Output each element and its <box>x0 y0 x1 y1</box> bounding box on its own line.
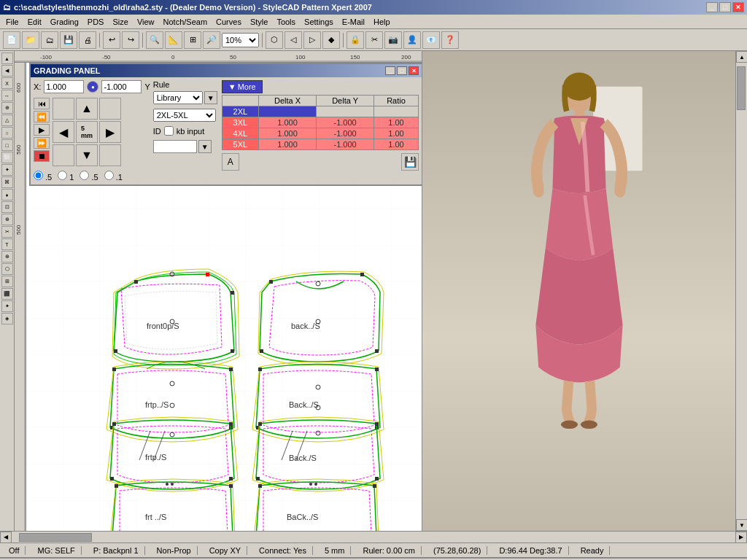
grid-button[interactable]: ⊞ <box>184 31 201 49</box>
menu-curves[interactable]: Curves <box>212 16 246 28</box>
lt-btn-11[interactable]: ⌘ <box>1 176 13 188</box>
deltay-4xl[interactable]: -1.000 <box>317 128 374 139</box>
radio-5[interactable] <box>34 171 43 180</box>
prev-button[interactable]: ⏪ <box>34 111 50 122</box>
more-button[interactable]: ▼ More <box>222 80 263 93</box>
radio-1-label[interactable]: 1 <box>58 171 74 182</box>
kb-dropdown-button[interactable]: ▼ <box>198 140 212 153</box>
panel-close-button[interactable]: ✕ <box>409 66 419 75</box>
id-checkbox[interactable] <box>164 126 174 136</box>
size-5xl[interactable]: 5XL <box>222 139 258 150</box>
arrow-left[interactable]: ◀ <box>53 121 74 143</box>
radio-5b[interactable] <box>80 171 89 180</box>
arrow-down-right[interactable] <box>99 144 121 166</box>
size-4xl[interactable]: 4XL <box>222 128 258 139</box>
restore-button[interactable]: □ <box>719 2 731 12</box>
menu-grading[interactable]: Grading <box>46 16 83 28</box>
lt-btn-17[interactable]: ⊕ <box>1 251 13 262</box>
menu-tools[interactable]: Tools <box>272 16 300 28</box>
lt-btn-10[interactable]: ✦ <box>1 164 13 176</box>
radio-5-label[interactable]: .5 <box>34 171 52 182</box>
tool3-button[interactable]: 🗂 <box>41 31 58 49</box>
deltay-2xl[interactable] <box>317 106 374 117</box>
menu-email[interactable]: E-Mail <box>338 16 369 28</box>
panel-minimize-button[interactable]: _ <box>385 66 395 75</box>
play-button[interactable]: ▶ <box>34 124 50 136</box>
arrow-down[interactable]: ▼ <box>76 144 98 166</box>
lt-btn-4[interactable]: ↔ <box>1 90 13 101</box>
lt-btn-6[interactable]: △ <box>1 114 13 126</box>
menu-file[interactable]: File <box>1 16 23 28</box>
arrow-up-left[interactable] <box>53 98 74 120</box>
lt-btn-2[interactable]: ◀ <box>1 65 13 77</box>
measure-button[interactable]: 📐 <box>165 31 182 49</box>
scroll-track[interactable] <box>736 63 747 519</box>
arrow-down-left[interactable] <box>53 144 74 166</box>
deltay-5xl[interactable]: -1.000 <box>317 139 374 150</box>
save-button[interactable]: 💾 <box>60 31 77 49</box>
kb-text-input[interactable] <box>153 140 197 153</box>
print-button[interactable]: 🖨 <box>79 31 96 49</box>
xy-toggle-button[interactable]: ● <box>87 81 98 93</box>
save-button[interactable]: 💾 <box>401 153 419 171</box>
lt-btn-3[interactable]: X <box>1 77 13 89</box>
a-button[interactable]: A <box>222 153 239 171</box>
tool-f[interactable]: ✂ <box>365 31 383 49</box>
lt-btn-14[interactable]: ⊕ <box>1 214 13 225</box>
tool-a[interactable]: ⬡ <box>266 31 283 49</box>
minimize-button[interactable]: _ <box>706 2 718 12</box>
lt-btn-13[interactable]: ⊡ <box>1 201 13 213</box>
lt-btn-22[interactable]: ◈ <box>1 313 13 324</box>
ratio-3xl[interactable]: 1.00 <box>374 117 419 128</box>
table-row[interactable]: 5XL 1.000 -1.000 1.00 <box>222 139 418 150</box>
table-row[interactable]: 4XL 1.000 -1.000 1.00 <box>222 128 418 139</box>
scroll-down-button[interactable]: ▼ <box>736 519 747 531</box>
deltax-2xl[interactable] <box>258 106 316 117</box>
size-range-select[interactable]: 2XL-5XL <box>153 109 216 122</box>
menu-edit[interactable]: Edit <box>23 16 46 28</box>
radio-5b-label[interactable]: .5 <box>80 171 98 182</box>
rule-select[interactable]: Library <box>153 91 203 104</box>
tool-c[interactable]: ▷ <box>303 31 321 49</box>
arrow-up[interactable]: ▲ <box>76 98 98 120</box>
scroll-right-button[interactable]: ▶ <box>735 532 747 543</box>
deltay-3xl[interactable]: -1.000 <box>317 117 374 128</box>
h-scroll-thumb[interactable] <box>19 533 92 542</box>
size-2xl[interactable]: 2XL <box>222 106 258 117</box>
scroll-left-button[interactable]: ◀ <box>0 532 12 543</box>
menu-settings[interactable]: Settings <box>300 16 338 28</box>
ratio-4xl[interactable]: 1.00 <box>374 128 419 139</box>
tool-j[interactable]: ❓ <box>441 31 459 49</box>
ratio-5xl[interactable]: 1.00 <box>374 139 419 150</box>
tool-b[interactable]: ◁ <box>285 31 302 49</box>
tool-i[interactable]: 📧 <box>422 31 440 49</box>
lt-btn-5[interactable]: ⊕ <box>1 102 13 114</box>
radio-1[interactable] <box>58 171 67 180</box>
lt-btn-7[interactable]: ○ <box>1 127 13 139</box>
y-input[interactable] <box>101 80 142 93</box>
scroll-thumb[interactable] <box>737 66 746 110</box>
zoom-select[interactable]: 10% 25% 50% 100% <box>222 33 259 47</box>
menu-notch-seam[interactable]: Notch/Seam <box>159 16 212 28</box>
x-input[interactable] <box>44 80 84 93</box>
menu-style[interactable]: Style <box>246 16 272 28</box>
menu-pds[interactable]: PDS <box>83 16 109 28</box>
tool-g[interactable]: 📷 <box>384 31 402 49</box>
arrow-right[interactable]: ▶ <box>99 121 121 143</box>
grading-panel-title[interactable]: GRADING PANEL _ □ ✕ <box>31 64 422 77</box>
lt-btn-9[interactable]: ⬜ <box>1 152 13 163</box>
close-button[interactable]: ✕ <box>732 2 744 12</box>
scroll-up-button[interactable]: ▲ <box>736 51 747 63</box>
tool-e[interactable]: 🔒 <box>347 31 364 49</box>
deltax-3xl[interactable]: 1.000 <box>258 117 316 128</box>
zoom-in-button[interactable]: 🔍 <box>146 31 163 49</box>
lt-btn-18[interactable]: ⬡ <box>1 263 13 275</box>
redo-button[interactable]: ↪ <box>122 31 139 49</box>
next-button[interactable]: ⏩ <box>34 137 50 149</box>
panel-restore-button[interactable]: □ <box>397 66 407 75</box>
open-button[interactable]: 📁 <box>22 31 39 49</box>
menu-size[interactable]: Size <box>108 16 132 28</box>
lt-btn-8[interactable]: □ <box>1 139 13 151</box>
lt-btn-20[interactable]: ⬛ <box>1 288 13 300</box>
skip-first-button[interactable]: ⏮ <box>34 98 50 109</box>
